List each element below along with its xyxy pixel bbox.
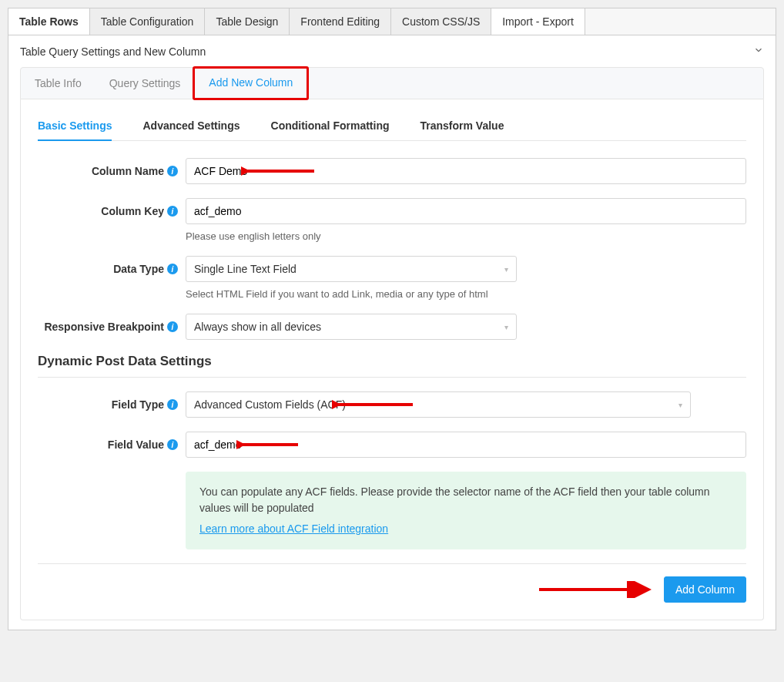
responsive-breakpoint-label: Responsive Breakpoint i (38, 314, 186, 340)
field-value-label: Field Value i (38, 432, 186, 458)
dynamic-section-title: Dynamic Post Data Settings (38, 354, 746, 378)
column-key-label: Column Key i (38, 198, 186, 224)
add-column-button[interactable]: Add Column (664, 576, 746, 603)
tab-table-design[interactable]: Table Design (205, 8, 290, 35)
info-icon[interactable]: i (167, 206, 178, 217)
column-name-input[interactable] (186, 158, 746, 184)
tab-import-export[interactable]: Import - Export (491, 8, 585, 35)
chevron-down-icon (753, 45, 764, 55)
tab-transform-value[interactable]: Transform Value (420, 113, 504, 140)
chevron-down-icon: ▾ (678, 401, 682, 409)
info-icon[interactable]: i (167, 439, 178, 450)
column-key-input[interactable] (186, 198, 746, 224)
tab-custom-css-js[interactable]: Custom CSS/JS (391, 8, 491, 35)
responsive-breakpoint-select[interactable]: Always show in all devices ▾ (186, 314, 517, 340)
subtab-query-settings[interactable]: Query Settings (95, 68, 195, 99)
notice-text: You can populate any ACF fields. Please … (199, 484, 732, 516)
subtab-table-info[interactable]: Table Info (21, 68, 95, 99)
tab-conditional-formatting[interactable]: Conditional Formatting (271, 113, 390, 140)
main-tab-strip: Table Rows Table Configuration Table Des… (8, 8, 776, 35)
collapse-toggle[interactable] (753, 45, 764, 58)
data-type-hint: Select HTML Field if you want to add Lin… (186, 288, 746, 300)
acf-info-notice: You can populate any ACF fields. Please … (186, 472, 746, 549)
tab-frontend-editing[interactable]: Frontend Editing (290, 8, 391, 35)
annotation-arrow-icon (539, 581, 655, 598)
column-name-label: Column Name i (38, 158, 186, 184)
footer-row: Add Column (38, 563, 746, 603)
tab-basic-settings[interactable]: Basic Settings (38, 113, 112, 141)
info-icon[interactable]: i (167, 166, 178, 176)
chevron-down-icon: ▾ (504, 323, 508, 331)
info-icon[interactable]: i (167, 264, 178, 274)
acf-learn-more-link[interactable]: Learn more about ACF Field integration (199, 521, 388, 537)
settings-panel: Table Query Settings and New Column Tabl… (8, 35, 776, 630)
subtab-add-new-column[interactable]: Add New Column (193, 66, 309, 100)
chevron-down-icon: ▾ (504, 265, 508, 274)
query-sub-tabs: Table Info Query Settings Add New Column (20, 67, 764, 99)
column-key-hint: Please use english letters only (186, 230, 746, 242)
data-type-label: Data Type i (38, 256, 186, 282)
tab-advanced-settings[interactable]: Advanced Settings (142, 113, 240, 140)
add-column-panel: Basic Settings Advanced Settings Conditi… (20, 99, 764, 620)
field-type-select[interactable]: Advanced Custom Fields (ACF) ▾ (186, 391, 691, 418)
field-value-input[interactable] (186, 432, 746, 458)
tab-table-configuration[interactable]: Table Configuration (90, 8, 206, 35)
info-icon[interactable]: i (167, 399, 178, 410)
data-type-select[interactable]: Single Line Text Field ▾ (186, 256, 517, 282)
tab-table-rows[interactable]: Table Rows (8, 8, 90, 35)
panel-title: Table Query Settings and New Column (20, 45, 206, 58)
info-icon[interactable]: i (167, 321, 178, 332)
field-type-label: Field Type i (38, 391, 186, 418)
column-settings-tabs: Basic Settings Advanced Settings Conditi… (38, 113, 746, 141)
